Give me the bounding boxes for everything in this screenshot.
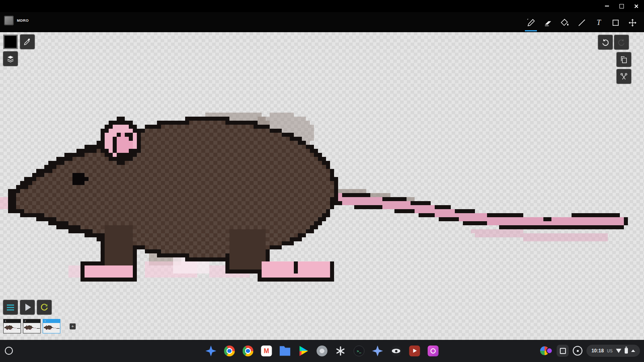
shelf-app-app-pink[interactable]: [428, 346, 439, 356]
app-logo-icon[interactable]: [4, 16, 14, 25]
eyedropper-button[interactable]: [20, 35, 35, 49]
info-icon: [577, 350, 579, 352]
maximize-icon: [619, 4, 624, 8]
shelf-app-eye[interactable]: [391, 346, 402, 356]
shelf-app-chrome[interactable]: [224, 346, 235, 356]
onion-skin-button[interactable]: [37, 300, 52, 315]
shelf: M>_ 10:18 US: [0, 340, 644, 362]
cut-button[interactable]: [617, 69, 631, 84]
move-tool[interactable]: [625, 14, 640, 31]
shelf-app-settings[interactable]: [317, 346, 328, 356]
redo-button[interactable]: [614, 35, 629, 49]
frames-strip: 123+: [3, 319, 76, 333]
info-button[interactable]: [573, 346, 582, 356]
screen-capture-button[interactable]: [557, 345, 569, 357]
wifi-icon: [616, 349, 621, 353]
frame-thumb-3[interactable]: 3: [43, 319, 60, 333]
close-icon: [634, 4, 638, 8]
pixel-canvas[interactable]: [0, 32, 644, 338]
shelf-app-sparkle[interactable]: [372, 346, 383, 356]
frame-thumb-1[interactable]: 1: [3, 319, 21, 333]
svg-text:T: T: [597, 19, 601, 27]
battery-icon: [625, 348, 628, 354]
add-frame-button[interactable]: +: [70, 323, 76, 329]
play-button[interactable]: [20, 300, 35, 315]
text-tool[interactable]: T: [591, 14, 606, 31]
capture-icon: [560, 348, 566, 354]
tool-list: T: [523, 13, 640, 32]
line-tool[interactable]: [574, 14, 589, 31]
shelf-app-chromium[interactable]: [243, 346, 254, 356]
play-icon: [25, 304, 31, 311]
color-swatch-button[interactable]: [3, 35, 18, 49]
frame-thumb-2[interactable]: 2: [23, 319, 41, 333]
eraser-tool[interactable]: [540, 14, 555, 31]
frame-list-button[interactable]: [3, 300, 18, 315]
clock: 10:18: [591, 348, 604, 354]
undo-button[interactable]: [598, 35, 613, 49]
shelf-app-files[interactable]: [280, 346, 291, 356]
close-button[interactable]: [633, 3, 639, 9]
shelf-app-terminal[interactable]: >_: [354, 346, 365, 356]
frame-list-icon: [7, 304, 14, 311]
pencil-tool[interactable]: [523, 14, 539, 31]
expand-caret-icon: [631, 350, 635, 352]
shelf-app-play-store[interactable]: [298, 346, 309, 356]
launcher-button[interactable]: [5, 347, 13, 355]
avatar-badge-icon: [546, 348, 553, 354]
shelf-app-app-red[interactable]: [409, 346, 420, 356]
maximize-button[interactable]: [618, 3, 625, 9]
shelf-app-assistant[interactable]: [206, 346, 217, 356]
shelf-app-gmail[interactable]: M: [261, 346, 272, 356]
minimize-button[interactable]: [604, 3, 610, 9]
shelf-app-snowflake[interactable]: [335, 346, 346, 356]
shelf-apps: M>_: [206, 346, 439, 356]
select-tool[interactable]: [608, 14, 623, 31]
ime-badge: US: [607, 349, 613, 353]
fill-tool[interactable]: [557, 14, 572, 31]
app-title: MDRO: [17, 19, 29, 23]
account-avatar[interactable]: [540, 346, 553, 355]
status-tray: 10:18 US: [540, 345, 640, 357]
app-toolbar: MDRO T: [0, 12, 644, 32]
minimize-icon: [605, 6, 609, 6]
title-bar: [0, 0, 644, 12]
canvas-workspace[interactable]: 123+: [0, 32, 644, 340]
layers-button[interactable]: [3, 51, 18, 66]
copy-button[interactable]: [617, 52, 631, 67]
status-pill[interactable]: 10:18 US: [586, 345, 640, 357]
